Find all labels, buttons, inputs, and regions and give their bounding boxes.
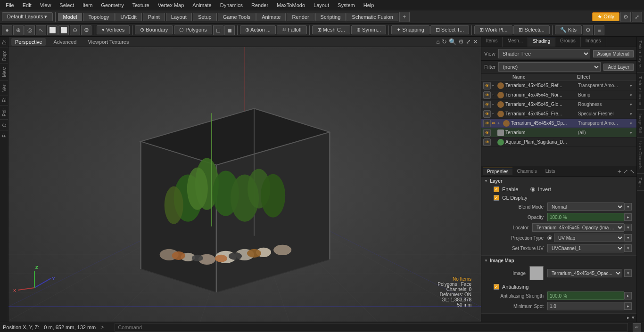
expand-icon[interactable]: ⤢	[632, 12, 642, 22]
set-texture-arrow[interactable]: ▾	[624, 244, 632, 252]
kits-btn[interactable]: 🔧 Kits	[555, 25, 582, 34]
tab-animate[interactable]: Animate	[256, 13, 286, 21]
tab-game-tools[interactable]: Game Tools	[218, 13, 256, 21]
tab-render[interactable]: Render	[287, 13, 314, 21]
vertices-btn[interactable]: ▾ Vertices	[97, 25, 130, 34]
layer-expand-3[interactable]: +	[492, 112, 497, 116]
tab-uvedit[interactable]: UVEdit	[116, 13, 142, 21]
menu-edit[interactable]: Edit	[19, 1, 35, 9]
tab-model[interactable]: Model	[58, 13, 83, 21]
antialiasing-strength-arrow[interactable]: ▸	[624, 292, 632, 300]
tab-setup[interactable]: Setup	[193, 13, 217, 21]
add-tab-btn[interactable]: +	[399, 12, 410, 22]
shape-btn[interactable]: ◻	[213, 25, 223, 35]
layer-arrow-2[interactable]: ▾	[630, 102, 635, 107]
mesh-btn[interactable]: ⊞ Mesh C...	[312, 25, 350, 34]
side-label-tags[interactable]: Tags	[637, 174, 644, 191]
work-plane-btn[interactable]: ⊞ Work Pl...	[474, 25, 513, 34]
projection-dropdown[interactable]: UV Map	[554, 234, 624, 242]
image-arrow[interactable]: ▾	[624, 269, 632, 277]
tab-schematic-fusion[interactable]: Schematic Fusion	[347, 13, 398, 21]
tab-paint[interactable]: Paint	[143, 13, 165, 21]
viewport-canvas[interactable]: Y Z X No Items Polygons : Face Channels:…	[8, 47, 481, 322]
tab-images[interactable]: Images	[581, 37, 606, 47]
layer-row-3[interactable]: 👁 + Terrarium_45x45x45_Fre... Specular F…	[481, 109, 636, 119]
vp-close-icon[interactable]: ✕	[473, 38, 478, 45]
locator-dropdown[interactable]: Terrarium_45x45x45_Opacity (Ima ...	[532, 223, 624, 232]
tab-mesh[interactable]: Mesh...	[503, 37, 528, 47]
square-icon[interactable]: ⬜	[47, 25, 58, 35]
side-label-image-still[interactable]: Image Still	[637, 110, 644, 138]
vp-tab-viewport-textures[interactable]: Viewport Textures	[84, 38, 132, 46]
tab-items[interactable]: Items	[481, 37, 503, 47]
settings2-icon[interactable]: ⚙	[583, 25, 593, 35]
layer-arrow-5[interactable]: ▾	[630, 130, 635, 135]
boundary-btn[interactable]: ⊕ Boundary	[135, 25, 173, 34]
shape2-btn[interactable]: ◼	[224, 25, 235, 35]
menu-icon[interactable]: ≡	[594, 25, 604, 35]
layer-vis-2[interactable]: 👁	[483, 101, 491, 108]
settings-icon[interactable]: ⚙	[620, 12, 631, 22]
layer-expand-2[interactable]: +	[492, 102, 497, 107]
action-btn[interactable]: ⊕ Action ...	[240, 25, 276, 34]
layer-row-0[interactable]: 👁 + Terrarium_45x45x45_Ref... Transparen…	[481, 81, 636, 90]
tab-topology[interactable]: Topology	[83, 13, 114, 21]
antialiasing-strength-input[interactable]	[547, 292, 624, 300]
layer-expand-1[interactable]: +	[492, 93, 497, 97]
layer-vis-3[interactable]: 👁	[483, 110, 491, 118]
left-tab-e[interactable]: E:	[0, 95, 8, 105]
menu-geometry[interactable]: Geometry	[97, 1, 127, 9]
circle-icon[interactable]: ◎	[25, 25, 35, 35]
layer-vis-1[interactable]: 👁	[483, 91, 491, 99]
layer-row-5[interactable]: 👁 Terrarium (all) ▾	[481, 128, 636, 138]
layer-arrow-0[interactable]: ▾	[630, 83, 635, 88]
panel-expand-btn[interactable]: ▸	[627, 315, 630, 321]
vp-search-icon[interactable]: 🔍	[449, 38, 456, 45]
tab-shading[interactable]: Shading	[528, 37, 555, 47]
tab-scripting[interactable]: Scripting	[315, 13, 346, 21]
symm-btn[interactable]: ⊜ Symm...	[351, 25, 386, 34]
tab-groups[interactable]: Groups	[555, 37, 581, 47]
blend-mode-dropdown[interactable]: Normal	[547, 202, 624, 211]
vp-tab-advanced[interactable]: Advanced	[50, 38, 80, 46]
layer-row-2[interactable]: 👁 + Terrarium_45x45x45_Glo... Roughness …	[481, 100, 636, 109]
expand-properties-btn[interactable]: ⤢	[623, 168, 628, 175]
add-layer-btn[interactable]: Add Layer	[603, 64, 634, 71]
side-label-texture-layers[interactable]: Texture Layers	[637, 37, 644, 73]
minimum-spot-arrow[interactable]: ▸	[624, 302, 632, 310]
left-tab-dup[interactable]: Dup:	[0, 48, 8, 64]
image-thumbnail[interactable]	[529, 266, 544, 280]
left-tab-pol[interactable]: Pol:	[0, 105, 8, 119]
side-label-user-channels[interactable]: User Channels	[637, 138, 644, 174]
vp-home-icon[interactable]: ⌂	[436, 38, 440, 45]
menu-select[interactable]: Select	[56, 1, 78, 9]
menu-vertex-map[interactable]: Vertex Map	[154, 1, 188, 9]
side-label-texture-locator[interactable]: Texture Locator	[637, 73, 644, 110]
add-property-btn[interactable]: +	[618, 168, 621, 175]
command-submit-btn[interactable]: ↵	[633, 323, 641, 332]
layer-arrow-1[interactable]: ▾	[630, 93, 635, 97]
square2-icon[interactable]: ⬜	[58, 25, 69, 35]
tab-layout[interactable]: Layout	[166, 13, 192, 21]
default-layouts-btn[interactable]: Default Layouts ▾	[2, 12, 53, 21]
filter-dropdown[interactable]: (none)	[498, 62, 601, 72]
layer-arrow-4[interactable]: ▾	[630, 121, 635, 126]
layer-expand-4[interactable]: +	[497, 121, 503, 126]
vp-fullscreen-icon[interactable]: ⤢	[466, 38, 471, 45]
tab-properties[interactable]: Properties	[483, 168, 512, 175]
polygons-btn[interactable]: ⬡ Polygons	[174, 25, 212, 34]
layer-vis-6[interactable]: 👁	[483, 138, 491, 146]
projection-arrow[interactable]: ▾	[624, 234, 632, 242]
layer-arrow-3[interactable]: ▾	[630, 112, 635, 116]
layer-row-1[interactable]: 👁 + Terrarium_45x45x45_Nor... Bump ▾	[481, 90, 636, 100]
expand-arrow[interactable]: >	[100, 324, 110, 331]
left-tab-c[interactable]: C:	[0, 119, 8, 130]
gl-display-checkbox[interactable]: ✓	[494, 195, 499, 201]
set-texture-dropdown[interactable]: UVChannel_1	[547, 244, 624, 252]
invert-radio[interactable]	[530, 187, 535, 192]
command-input[interactable]	[115, 323, 628, 332]
menu-texture[interactable]: Texture	[129, 1, 153, 9]
menu-view[interactable]: View	[36, 1, 55, 9]
view-dropdown[interactable]: Shader Tree	[498, 49, 590, 58]
locator-arrow[interactable]: ▾	[624, 224, 632, 231]
